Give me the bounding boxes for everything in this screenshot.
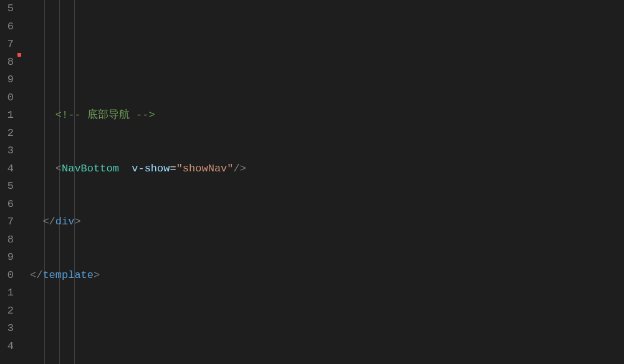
line-number: 3 (0, 320, 14, 338)
line-number: 7 (0, 213, 14, 231)
code-line[interactable]: </div> (30, 213, 624, 231)
line-number: 2 (0, 302, 14, 320)
indent-guide (74, 0, 75, 364)
indent-guide (59, 0, 60, 364)
line-number: 5 (0, 0, 14, 18)
line-number: 6 (0, 196, 14, 214)
line-number: 0 (0, 89, 14, 107)
code-line[interactable]: <NavBottom v-show="showNav"/> (30, 160, 624, 178)
line-number: 4 (0, 338, 14, 356)
line-number: 8 (0, 54, 14, 72)
code-line[interactable] (30, 320, 624, 338)
line-number: 1 (0, 284, 14, 302)
line-number: 6 (0, 18, 14, 36)
line-number: 5 (0, 178, 14, 196)
code-area[interactable]: <!-- 底部导航 --> <NavBottom v-show="showNav… (17, 0, 624, 364)
comment-token: <!-- 底部导航 --> (55, 109, 155, 121)
line-number: 8 (0, 231, 14, 249)
line-number: 2 (0, 125, 14, 143)
line-number: 3 (0, 142, 14, 160)
line-number: 0 (0, 267, 14, 285)
line-number: 9 (0, 249, 14, 267)
line-number-gutter: 5 6 7 8 9 0 1 2 3 4 5 6 7 8 9 0 1 2 3 4 (0, 0, 17, 364)
line-number: 9 (0, 71, 14, 89)
code-editor[interactable]: 5 6 7 8 9 0 1 2 3 4 5 6 7 8 9 0 1 2 3 4 … (0, 0, 624, 364)
line-number: 7 (0, 36, 14, 54)
line-number: 1 (0, 107, 14, 125)
line-number: 4 (0, 160, 14, 178)
code-line[interactable]: <!-- 底部导航 --> (30, 107, 624, 125)
indent-guide (44, 0, 45, 364)
code-line[interactable]: </template> (30, 267, 624, 285)
